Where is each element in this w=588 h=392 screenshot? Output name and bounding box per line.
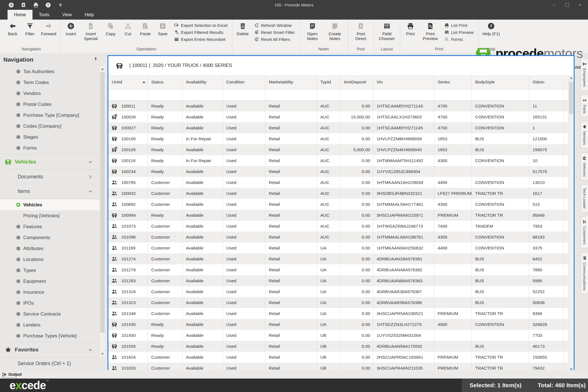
- close-button[interactable]: ×: [573, 0, 586, 10]
- sidebar-item-types[interactable]: Types: [0, 265, 100, 276]
- ribbon-button-help-f1[interactable]: Help (F1): [480, 22, 502, 37]
- sidebar-item-term-codes[interactable]: Term Codes: [0, 77, 100, 88]
- sidebar-item-service-contracts[interactable]: Service Contracts: [0, 309, 100, 319]
- filter-cell[interactable]: [183, 89, 223, 100]
- table-row[interactable]: 101555ReadyAvailableUsedRetailUB0.004DRB…: [108, 341, 568, 352]
- table-row[interactable]: 101274CustomerAvailableUsedRetailUA0.004…: [108, 253, 568, 264]
- qat-add-button[interactable]: [8, 2, 14, 8]
- ribbon-button-field-chooser[interactable]: Field Chooser: [376, 22, 398, 41]
- sidebar-section-favorites[interactable]: Favorites: [0, 343, 100, 357]
- qat-help-button[interactable]: [45, 2, 51, 8]
- filter-cell[interactable]: [317, 89, 340, 100]
- sidebar-item-codes-company[interactable]: Codes [Company]: [0, 121, 100, 132]
- column-header-condition[interactable]: Condition: [223, 75, 265, 89]
- table-row[interactable]: 100234ReadyAvailableUsedRetailAUC0.001UY…: [108, 166, 568, 177]
- ribbon-button-list-preview[interactable]: List Preview: [444, 30, 474, 35]
- ribbon-tab-view[interactable]: View: [56, 10, 78, 20]
- ribbon-button-reset-all-filters[interactable]: Reset All Filters: [254, 37, 295, 42]
- sidebar-item-tax-authorities[interactable]: Tax Authorities: [0, 66, 100, 77]
- ribbon-button-forward[interactable]: Forward: [39, 22, 59, 37]
- ribbon-tab-home[interactable]: Home: [8, 10, 32, 20]
- qat-dollar-doc-button[interactable]: [21, 2, 26, 8]
- filter-cell[interactable]: [472, 89, 529, 100]
- table-row[interactable]: 100994ReadyAvailableUsedRetailAUC0.003HS…: [108, 210, 568, 221]
- ribbon-button-create-notes[interactable]: Create Notes: [324, 22, 346, 41]
- sidebar-item-forms[interactable]: Forms: [0, 143, 100, 153]
- sidebar-item-equipment[interactable]: Equipment: [0, 276, 100, 287]
- column-header-vin[interactable]: Vin: [373, 75, 434, 89]
- table-row[interactable]: 101450ReadyAvailableUsedRetailUB0.001UYV…: [108, 330, 568, 341]
- column-header-marketability[interactable]: Marketability: [265, 75, 317, 89]
- ribbon-button-insert[interactable]: Insert: [62, 22, 80, 37]
- pin-icon[interactable]: [94, 57, 98, 61]
- column-header-availability[interactable]: Availability: [183, 75, 223, 89]
- filter-cell[interactable]: [223, 89, 265, 100]
- sidebar-item-purchase-types-vehicle[interactable]: Purchase Types [Vehicle]: [0, 330, 100, 341]
- column-header-series[interactable]: Series: [434, 75, 472, 89]
- filter-cell[interactable]: [340, 89, 373, 100]
- column-header-typid[interactable]: TypId: [317, 75, 340, 89]
- column-header-odom[interactable]: Odom: [529, 75, 564, 89]
- qat-printer-button[interactable]: [33, 2, 39, 8]
- scrollbar-thumb[interactable]: [569, 82, 573, 114]
- ribbon-button-forms[interactable]: Forms: [444, 37, 474, 42]
- ribbon-button-delete[interactable]: Delete: [234, 22, 251, 37]
- table-row[interactable]: 100100ReadyIn For RepairUsedRetailAUC0.0…: [108, 133, 568, 144]
- table-row[interactable]: 100892CustomerAvailableUsedRetailAUC0.00…: [108, 199, 568, 210]
- scroll-up-icon[interactable]: [568, 75, 574, 81]
- filter-cell[interactable]: [148, 89, 183, 100]
- ribbon-button-filter[interactable]: Filter: [21, 22, 39, 37]
- column-header-amtdeposit[interactable]: AmtDeposit: [340, 75, 373, 89]
- side-tab-vendors[interactable]: Vendors: [581, 121, 588, 149]
- sidebar-item-purchase-type-company[interactable]: Purchase Type [Company]: [0, 110, 100, 121]
- ribbon-button-cut[interactable]: Cut: [119, 22, 137, 37]
- side-tab-employees[interactable]: Employees: [581, 58, 588, 91]
- table-row[interactable]: 101316CustomerAvailableUsedRetailUA0.004…: [108, 286, 568, 297]
- sidebar-section-vehicles[interactable]: Vehicles: [0, 155, 100, 169]
- ribbon-button-insert-special[interactable]: Insert Special: [80, 22, 102, 41]
- ribbon-button-back[interactable]: Back: [4, 22, 21, 37]
- side-tab-customers[interactable]: Customers: [581, 216, 588, 248]
- table-row[interactable]: 101348CustomerAvailableUsedRetailUA0.003…: [108, 308, 568, 319]
- ribbon-button-export-selection-to-excel[interactable]: Export Selection to Excel: [174, 23, 228, 28]
- table-row[interactable]: 100118ReadyIn For RepairUsedRetailAUC0.0…: [108, 155, 568, 166]
- filter-cell[interactable]: [265, 89, 317, 100]
- ribbon-button-print[interactable]: Print: [402, 22, 419, 37]
- side-tab-vehicles[interactable]: Vehicles: [581, 153, 588, 180]
- ribbon-button-export-entire-recordset[interactable]: Export Entire Recordset: [174, 37, 228, 42]
- filter-cell[interactable]: [434, 89, 472, 100]
- column-header-untid[interactable]: UntId: [108, 75, 148, 89]
- column-header-bodystyle[interactable]: BodyStyle: [472, 75, 529, 89]
- column-header-status[interactable]: Status: [148, 75, 183, 89]
- ribbon-button-reset-smart-filter[interactable]: Reset Smart Filter: [254, 30, 295, 35]
- side-tab-tech-loader[interactable]: Tech Loader: [581, 184, 588, 212]
- ribbon-button-paste[interactable]: Paste: [137, 22, 154, 37]
- ribbon-button-export-filtered-results[interactable]: Export Filtered Results: [174, 30, 228, 35]
- restore-button[interactable]: [561, 0, 573, 10]
- qat-qat-menu-button[interactable]: [58, 2, 63, 8]
- ribbon-button-copy[interactable]: Copy: [102, 22, 119, 37]
- sidebar-item-postal-codes[interactable]: Postal Codes: [0, 99, 100, 110]
- sidebar-item-attributes[interactable]: Attributes: [0, 243, 100, 254]
- table-row[interactable]: 100105ReadyAvailableUsedRetailAUC5,000.0…: [108, 144, 568, 155]
- ribbon-tab-help[interactable]: Help: [78, 10, 100, 20]
- table-row[interactable]: 101824CustomerAvailableUsedRetailUB0.002…: [108, 352, 568, 363]
- ribbon-button-save[interactable]: Save: [154, 22, 171, 37]
- sidebar-item-vendors[interactable]: Vendors: [0, 88, 100, 99]
- table-row[interactable]: 101096CustomerAvailableUsedRetailAUC0.00…: [108, 232, 568, 242]
- table-row[interactable]: 101435ReadyAvailableUsedRetailUA0.001HTS…: [108, 319, 568, 330]
- table-row[interactable]: 100832CustomerAvailableUsedRetailAUC0.00…: [108, 188, 568, 199]
- table-row[interactable]: 100011ReadyAvailableUsedRetailAUC0.001HT…: [108, 101, 568, 111]
- side-tab-communications[interactable]: Communications: [581, 252, 588, 294]
- sidebar-item-lenders[interactable]: Lenders: [0, 319, 100, 330]
- filter-cell[interactable]: [564, 89, 568, 100]
- ribbon-button-post-direct[interactable]: Post Direct: [350, 22, 372, 41]
- sidebar-item-components[interactable]: Components: [0, 232, 100, 243]
- sidebar-item-ipos[interactable]: IPOs: [0, 298, 100, 309]
- ribbon-button-open-notes[interactable]: Open Notes: [301, 22, 324, 41]
- table-row[interactable]: 100785CustomerAvailableUsedRetailAUC0.00…: [108, 177, 568, 188]
- sidebar-scrollbar[interactable]: [99, 66, 105, 357]
- sidebar-item-vehicles[interactable]: Vehicles: [0, 199, 100, 210]
- table-row[interactable]: 100026ReadyAvailableUsedRetailAUC15,000.…: [108, 111, 568, 122]
- filter-cell[interactable]: [529, 89, 564, 100]
